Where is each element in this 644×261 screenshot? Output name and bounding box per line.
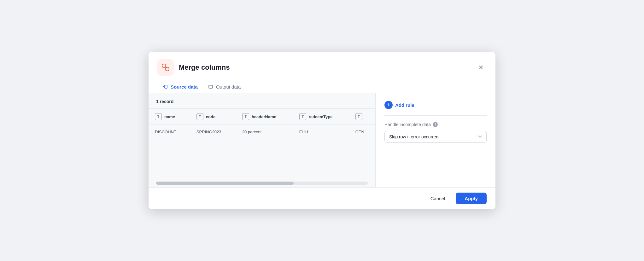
merge-icon [161,63,170,72]
modal-header: Merge columns [149,52,495,76]
type-icon-redeemtype: T [299,113,306,120]
type-icon-headername: T [242,113,249,120]
merge-icon-wrap [157,59,174,76]
col-code: T code [190,109,236,125]
right-panel: + Add rule Handle incomplete data i Skip… [376,93,495,187]
handle-incomplete-section: Handle incomplete data i Skip row if err… [384,122,487,143]
scrollbar-row [149,179,375,187]
cell-headername: 20 percent [236,125,293,139]
tabs-row: Source data Output data [149,76,495,93]
apply-button[interactable]: Apply [456,193,487,204]
cell-redeemtype: FULL [293,125,349,139]
table-row: DISCOUNT SPRING2023 20 percent FULL GEN [149,125,375,139]
record-count: 1 record [149,93,375,109]
handle-incomplete-label: Handle incomplete data i [384,122,487,127]
close-icon [478,64,484,71]
left-panel: 1 record T name [149,93,376,187]
tab-output-data[interactable]: Output data [203,81,246,93]
table-header-row: T name T code [149,109,375,125]
modal-footer: Cancel Apply [149,187,495,209]
add-rule-button[interactable]: + Add rule [384,101,487,109]
data-table: T name T code [149,109,375,139]
type-icon-code: T [196,113,203,120]
type-icon-extra: T [355,113,362,120]
close-button[interactable] [475,62,487,73]
svg-rect-2 [165,85,167,88]
col-name: T name [149,109,190,125]
cell-code: SPRING2023 [190,125,236,139]
page-title: Merge columns [179,63,470,72]
horizontal-scrollbar[interactable] [156,182,368,185]
cell-name: DISCOUNT [149,125,190,139]
scrollbar-thumb [156,182,294,185]
spacer [384,149,487,180]
tab-source-data[interactable]: Source data [157,81,203,93]
col-extra: T [349,109,375,125]
plus-circle-icon: + [384,101,393,109]
type-icon-name: T [155,113,162,120]
col-redeem-type: T redeemType [293,109,349,125]
cancel-button[interactable]: Cancel [424,193,452,204]
divider [384,115,487,116]
info-icon[interactable]: i [433,122,438,127]
modal-body: 1 record T name [149,93,495,187]
handle-incomplete-dropdown[interactable]: Skip row if error occurred Keep row with… [384,131,487,143]
cell-extra: GEN [349,125,375,139]
table-container[interactable]: T name T code [149,109,375,179]
merge-columns-modal: Merge columns Source data Output data [149,52,495,209]
output-data-icon [208,84,214,90]
col-header-name: T headerName [236,109,293,125]
source-data-icon [162,84,168,90]
